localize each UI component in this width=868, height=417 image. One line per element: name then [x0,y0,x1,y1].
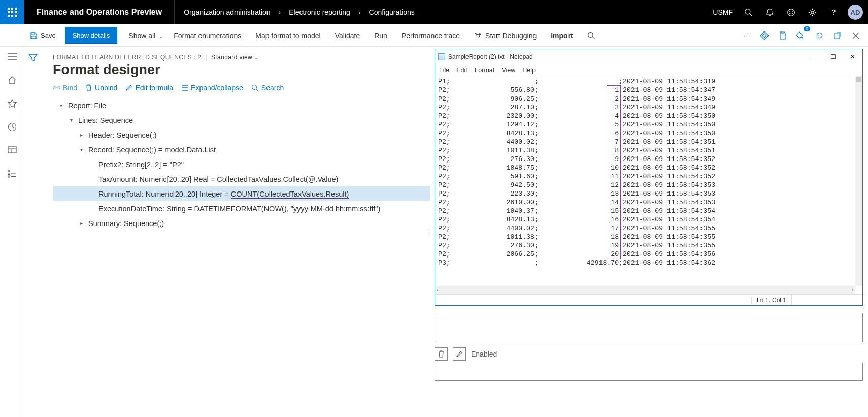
tree-node-label: Header: Sequence(;) [88,131,157,139]
menu-file[interactable]: File [439,67,449,74]
caret-down-icon[interactable]: ▾ [57,103,65,108]
start-debug-label: Start Debugging [485,31,537,40]
tree-node[interactable]: ▾Report: File [53,98,430,113]
format-enumerations-button[interactable]: Format enumerations [166,27,248,44]
trash-icon [438,350,445,358]
menu-help[interactable]: Help [522,67,536,74]
svg-rect-1 [11,8,13,10]
tree-node-label: Record: Sequence(;) = model.Data.List [88,146,216,154]
performance-trace-button[interactable]: Performance trace [394,27,467,44]
run-button[interactable]: Run [367,27,394,44]
workspaces-button[interactable] [4,142,20,158]
tree-node[interactable]: ▸Summary: Sequence(;) [53,216,430,231]
maximize-button[interactable]: ☐ [830,53,836,60]
tree-node[interactable]: ▾Record: Sequence(;) = model.Data.List [53,142,430,157]
details-textarea[interactable] [435,313,863,342]
menu-edit[interactable]: Edit [456,67,468,74]
notepad-statusbar: Ln 1, Col 1 [435,294,862,305]
main-content: FORMAT TO LEARN DEFERRED SEQUENCES : 2 |… [24,47,868,417]
view-selector[interactable]: Standard view ⌄ [211,54,258,61]
tree-node[interactable]: RunningTotal: Numeric[20..20] Integer = … [53,186,430,201]
feedback-button[interactable] [781,0,801,24]
svg-rect-8 [15,15,17,17]
diamond-button[interactable] [757,28,772,43]
filter-button[interactable] [28,51,49,62]
svg-rect-4 [11,11,13,13]
tree-node[interactable]: ▾Lines: Sequence [53,113,430,127]
divider: | [205,54,207,61]
edit-button[interactable] [453,347,466,361]
tree-node[interactable]: Prefix2: String[2..2] = "P2" [53,157,430,172]
office-button[interactable] [776,28,790,43]
breadcrumb-item[interactable]: Configurations [369,8,415,16]
scrollbar-horizontal[interactable]: ‹› [435,286,855,294]
home-icon [8,76,17,85]
show-all-button[interactable]: Show all ⌄ [121,27,166,44]
save-button[interactable]: Save [24,27,61,44]
tree-node[interactable]: TaxAmount: Numeric[20..20] Real = Collec… [53,172,430,186]
search-button[interactable] [738,0,758,24]
unbind-button[interactable]: Unbind [85,84,117,92]
splitter[interactable]: ⋮⋮ [430,47,435,417]
notifications-button[interactable] [759,0,780,24]
more-button[interactable]: ··· [739,28,753,43]
notepad-menu: File Edit Format View Help [435,65,862,76]
hamburger-icon [8,53,17,60]
caret-right-icon[interactable]: ▸ [77,132,85,138]
favorites-button[interactable] [4,95,20,112]
breadcrumb-item[interactable]: Electronic reporting [289,8,350,16]
attachments-button[interactable]: 0 [794,28,808,43]
svg-rect-3 [8,11,10,13]
svg-line-10 [750,14,752,16]
expand-collapse-button[interactable]: Expand/collapse [181,84,243,92]
find-button[interactable] [580,27,603,44]
legal-entity[interactable]: USMF [709,8,737,16]
modules-button[interactable] [4,166,20,182]
chevron-right-icon: › [279,8,281,16]
link-icon [53,85,60,91]
menu-format[interactable]: Format [475,67,495,74]
notepad-titlebar: SampleReport (2).txt - Notepad — ☐ ✕ [435,49,862,65]
delete-button[interactable] [435,347,448,361]
notepad-text[interactable]: P1; ; ;2021-08-09 11:58:54:319 P2; 556.8… [435,76,862,294]
scrollbar-vertical[interactable] [855,76,862,286]
start-debugging-button[interactable]: Start Debugging [467,27,544,44]
svg-point-11 [787,9,794,16]
tree-node[interactable]: ▸Header: Sequence(;) [53,127,430,142]
search-icon [251,84,259,92]
edit-formula-button[interactable]: Edit formula [125,84,173,92]
caret-down-icon[interactable]: ▾ [67,117,75,123]
badge: 0 [804,26,810,31]
enabled-input[interactable] [435,363,863,381]
show-all-label: Show all [128,31,155,40]
tree-node[interactable]: ExecutionDateTime: String = DATETIMEFORM… [53,201,430,216]
svg-line-30 [256,89,258,91]
search-button[interactable]: Search [251,84,284,92]
menu-view[interactable]: View [502,67,515,74]
close-button[interactable] [849,28,863,43]
tree-node-label: TaxAmount: Numeric[20..20] Real = Collec… [98,175,338,183]
recent-button[interactable] [4,119,20,135]
show-details-button[interactable]: Show details [65,27,118,44]
save-label: Save [41,31,56,39]
minimize-button[interactable]: — [810,53,816,60]
breadcrumb-item[interactable]: Organization administration [184,8,270,16]
map-format-button[interactable]: Map format to model [248,27,327,44]
svg-point-15 [833,14,834,15]
diamond-icon [760,31,769,40]
caret-right-icon[interactable]: ▸ [77,220,85,226]
popout-button[interactable] [830,28,845,43]
hamburger-button[interactable] [4,49,20,65]
refresh-button[interactable] [812,28,826,43]
caret-down-icon[interactable]: ▾ [77,147,85,152]
bind-button[interactable]: Bind [53,84,77,92]
validate-button[interactable]: Validate [328,27,368,44]
avatar[interactable]: AD [848,5,863,20]
help-button[interactable] [823,0,844,24]
debug-icon [474,31,482,40]
settings-button[interactable] [802,0,822,24]
home-button[interactable] [4,72,20,88]
import-button[interactable]: Import [544,27,580,44]
app-launcher-button[interactable] [0,0,24,24]
close-button[interactable]: ✕ [850,53,855,60]
